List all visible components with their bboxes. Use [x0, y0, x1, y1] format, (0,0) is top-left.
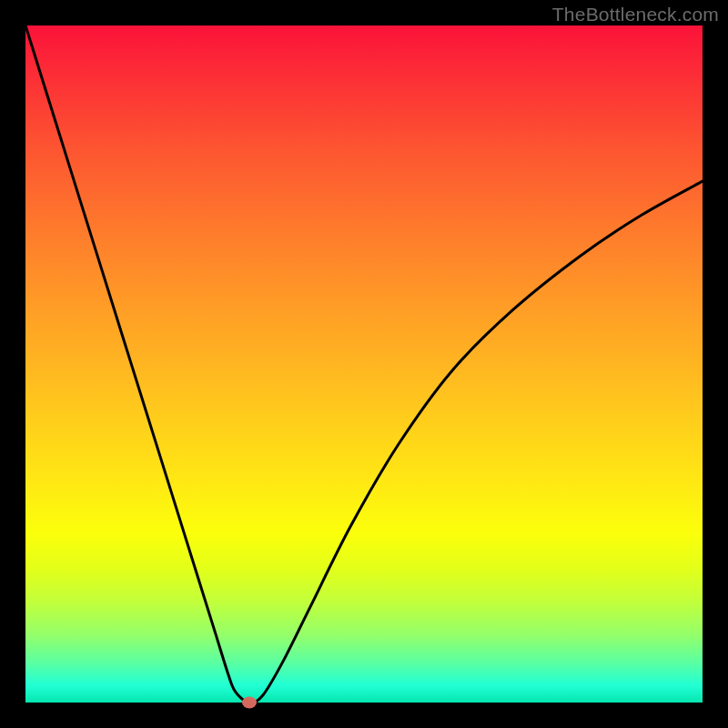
curve-svg [25, 25, 703, 703]
plot-area [25, 25, 703, 703]
watermark-text: TheBottleneck.com [552, 4, 719, 25]
optimal-point-marker [242, 697, 257, 709]
bottleneck-curve [25, 25, 703, 703]
chart-frame: TheBottleneck.com [0, 0, 728, 728]
